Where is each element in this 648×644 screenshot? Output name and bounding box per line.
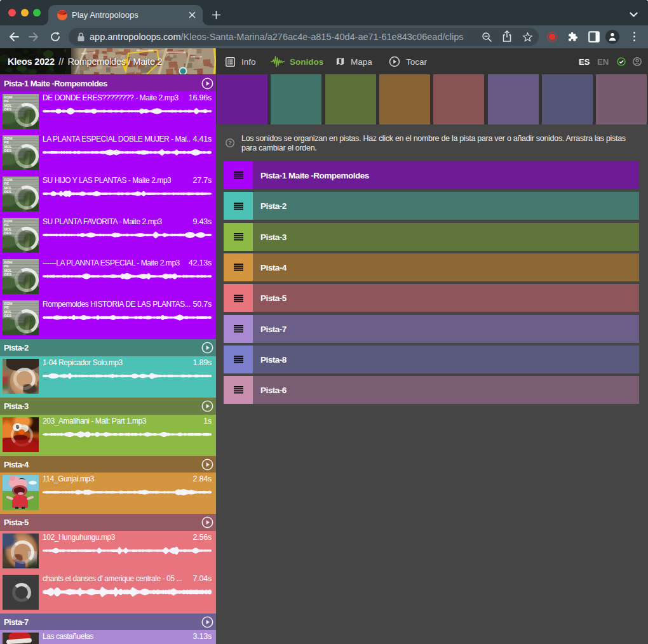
svg-text:?: ?	[228, 140, 232, 146]
